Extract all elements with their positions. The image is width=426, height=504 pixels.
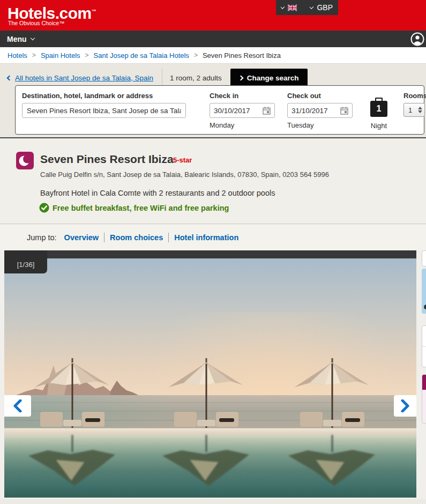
chevron-down-icon [281, 5, 285, 9]
occupancy-summary: 1 room, 2 adults [170, 74, 222, 82]
hotel-summary-section: Seven Pines Resort Ibiza 5-star Calle Pu… [0, 139, 426, 224]
jump-link-hotel-information[interactable]: Hotel information [174, 233, 238, 242]
menu-label: Menu [7, 35, 27, 43]
uk-flag-icon [288, 4, 297, 11]
site-header: Hotels.com™ The Obvious Choice™ GBP [0, 0, 426, 31]
breadcrumb-current: Seven Pines Resort Ibiza [203, 51, 281, 60]
search-band: All hotels in Sant Josep de sa Talaia, S… [0, 63, 426, 138]
check-icon [39, 203, 49, 213]
breadcrumb-separator: > [194, 51, 198, 59]
chevron-right-icon [238, 75, 243, 80]
chevron-right-icon [400, 399, 410, 412]
photo-counter-badge: [1/36] [4, 250, 47, 273]
logo-tm: ™ [92, 9, 96, 14]
locale-currency-selector[interactable]: GBP [276, 0, 338, 15]
rooms-value: 1 [408, 106, 412, 114]
jump-to-label: Jump to: [27, 233, 57, 242]
moon-brand-icon [16, 152, 34, 169]
chevron-left-icon [7, 75, 12, 80]
nights-label: Night [364, 122, 394, 130]
chevron-down-icon [30, 36, 34, 40]
change-search-label: Change search [247, 74, 299, 82]
checkin-value: 30/10/2017 [214, 107, 250, 115]
destination-label: Destination, hotel, landmark or address [22, 92, 153, 100]
sidebar-fragment-top [422, 250, 426, 266]
divider [104, 233, 104, 242]
user-icon [410, 32, 424, 46]
page: Hotels.com™ The Obvious Choice™ GBP Menu [0, 0, 426, 504]
jump-to-nav: Jump to: Overview Room choices Hotel inf… [0, 225, 426, 250]
free-perks: Free buffet breakfast, free WiFi and fre… [39, 203, 229, 213]
checkin-dayname: Monday [210, 121, 234, 129]
perks-text: Free buffet breakfast, free WiFi and fre… [53, 204, 229, 212]
rooms-label: Rooms [403, 92, 426, 100]
checkout-dayname: Tuesday [287, 121, 313, 129]
calendar-icon [340, 107, 348, 115]
breadcrumb: Hotels > Spain Hotels > Sant Josep de sa… [0, 47, 426, 63]
breadcrumb-spain-hotels[interactable]: Spain Hotels [41, 51, 80, 60]
checkout-value: 31/10/2017 [292, 107, 328, 115]
sidebar-fragment-deal [422, 374, 426, 424]
change-search-button[interactable]: Change search [230, 69, 308, 87]
breadcrumb-city-hotels[interactable]: Sant Josep de sa Talaia Hotels [94, 51, 189, 60]
carousel-top-bar [4, 250, 416, 258]
breadcrumb-hotels[interactable]: Hotels [8, 51, 27, 60]
hotel-photo-pool-umbrellas [4, 258, 416, 498]
search-form-panel: Destination, hotel, landmark or address … [15, 85, 424, 135]
currency-label: GBP [317, 3, 333, 12]
back-link-label: All hotels in Sant Josep de sa Talaia, S… [15, 74, 153, 82]
divider [168, 233, 169, 242]
breadcrumb-separator: > [32, 51, 36, 59]
checkin-label: Check in [210, 92, 238, 100]
chevron-left-icon [13, 399, 23, 412]
photo-carousel: [1/36] [4, 250, 416, 498]
menu-bar: Menu Si [0, 31, 426, 47]
checkin-input[interactable]: 30/10/2017 [210, 103, 275, 118]
nights-badge: 1 Night [364, 98, 394, 130]
sidebar-fragment-card [422, 325, 426, 367]
nights-count: 1 [370, 101, 387, 117]
checkout-label: Check out [287, 92, 321, 100]
calendar-icon [263, 107, 271, 115]
divider [162, 69, 162, 87]
carousel-next-button[interactable] [394, 395, 416, 417]
carousel-prev-button[interactable] [4, 395, 31, 417]
logo-tagline: The Obvious Choice™ [8, 20, 65, 26]
jump-link-overview[interactable]: Overview [64, 233, 99, 242]
page-background-strip [0, 499, 426, 504]
jump-link-room-choices[interactable]: Room choices [110, 233, 163, 242]
destination-input[interactable] [22, 103, 186, 118]
checkout-input[interactable]: 31/10/2017 [287, 103, 353, 118]
back-to-all-hotels-link[interactable]: All hotels in Sant Josep de sa Talaia, S… [8, 74, 153, 82]
hotel-description: Bayfront Hotel in Cala Comte with 2 rest… [40, 189, 275, 197]
menu-button[interactable]: Menu [7, 35, 34, 43]
sidebar-fragment-map [422, 269, 426, 314]
sign-in-button[interactable]: Si [410, 32, 426, 46]
breadcrumb-separator: > [85, 51, 89, 59]
hotel-address: Calle Puig Delfin s/n, Sant Josep de sa … [40, 171, 329, 179]
hotel-name: Seven Pines Resort Ibiza [40, 153, 174, 166]
rooms-select[interactable]: 1 [403, 103, 425, 117]
chevron-down-icon [310, 5, 314, 9]
star-rating: 5-star [173, 156, 192, 164]
hotels-com-logo[interactable]: Hotels.com™ [8, 3, 96, 21]
stepper-arrows-icon [418, 107, 422, 113]
